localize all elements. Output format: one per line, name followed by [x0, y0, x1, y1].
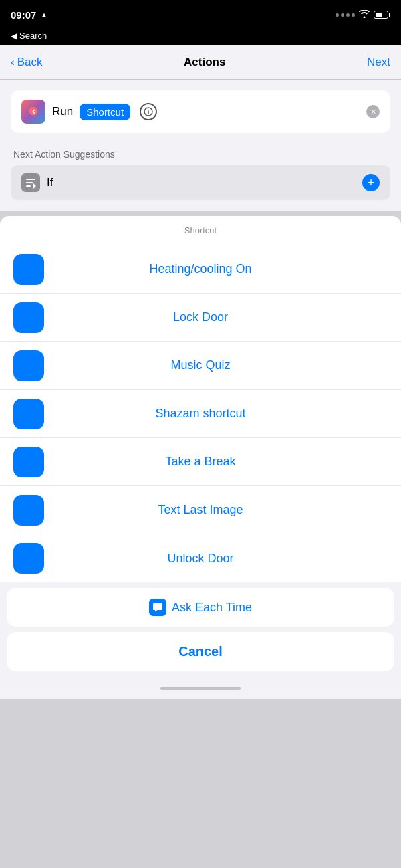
- status-time: 09:07 ▲: [11, 9, 47, 21]
- list-item[interactable]: Shazam shortcut: [0, 390, 401, 438]
- page-title: Actions: [184, 56, 225, 69]
- back-chevron-icon: ‹: [11, 56, 15, 69]
- home-bar: [160, 687, 241, 690]
- shortcuts-app-icon: [21, 100, 45, 124]
- item-icon-shazam: [13, 399, 44, 429]
- bottom-sheet: Shortcut Heating/cooling On Lock Door Mu…: [0, 216, 401, 699]
- item-icon-lock-door: [13, 302, 44, 333]
- item-label-text-last-image: Text Last Image: [55, 503, 346, 517]
- item-icon-unlock-door: [13, 543, 44, 574]
- list-item[interactable]: Take a Break: [0, 438, 401, 486]
- cancel-label: Cancel: [178, 644, 223, 659]
- next-button[interactable]: Next: [367, 56, 390, 69]
- sheet-list: Heating/cooling On Lock Door Music Quiz …: [0, 245, 401, 582]
- location-icon: ▲: [40, 11, 47, 19]
- item-icon-music-quiz: [13, 350, 44, 381]
- status-bar: 09:07 ▲: [0, 0, 401, 29]
- status-right: [336, 10, 390, 20]
- list-item[interactable]: Lock Door: [0, 294, 401, 342]
- item-label-shazam: Shazam shortcut: [55, 407, 346, 421]
- back-label: Back: [17, 56, 43, 69]
- list-item[interactable]: Heating/cooling On: [0, 245, 401, 294]
- item-label-heating: Heating/cooling On: [55, 262, 346, 276]
- ask-each-time-button[interactable]: Ask Each Time: [7, 588, 394, 627]
- item-icon-heating: [13, 254, 44, 285]
- list-item[interactable]: Music Quiz: [0, 342, 401, 390]
- battery-icon: [374, 11, 390, 19]
- search-bar: ◀ Search: [0, 29, 401, 45]
- if-label: If: [47, 176, 356, 189]
- run-shortcut-card: Run Shortcut ✕: [11, 90, 390, 133]
- item-icon-text-last-image: [13, 495, 44, 526]
- add-if-button[interactable]: +: [362, 174, 380, 191]
- main-content: Run Shortcut ✕ Next Action Suggestions I…: [0, 80, 401, 211]
- home-indicator: [0, 677, 401, 699]
- signal-dots: [336, 13, 355, 17]
- item-label-unlock-door: Unlock Door: [55, 552, 346, 566]
- close-button[interactable]: ✕: [366, 105, 380, 118]
- back-button[interactable]: ‹ Back: [11, 56, 42, 69]
- shortcut-badge[interactable]: Shortcut: [80, 104, 130, 120]
- run-label: Run: [52, 105, 73, 118]
- section-suggestions-label: Next Action Suggestions: [11, 149, 390, 160]
- ask-each-time-label: Ask Each Time: [172, 601, 252, 615]
- sheet-header: Shortcut: [0, 216, 401, 245]
- list-item[interactable]: Text Last Image: [0, 486, 401, 534]
- if-icon: [21, 173, 40, 192]
- item-label-lock-door: Lock Door: [55, 310, 346, 324]
- item-icon-take-break: [13, 447, 44, 477]
- wifi-icon: [359, 10, 370, 20]
- info-circle-icon[interactable]: [140, 103, 157, 120]
- search-label: Search: [19, 31, 47, 41]
- ask-each-time-icon: [149, 599, 166, 616]
- item-label-music-quiz: Music Quiz: [55, 358, 346, 372]
- list-item[interactable]: Unlock Door: [0, 534, 401, 582]
- nav-bar: ‹ Back Actions Next: [0, 45, 401, 80]
- sheet-title: Shortcut: [184, 225, 217, 235]
- item-label-take-break: Take a Break: [55, 455, 346, 469]
- if-suggestion-card[interactable]: If +: [11, 165, 390, 200]
- search-back-arrow: ◀: [11, 31, 17, 41]
- cancel-button[interactable]: Cancel: [7, 632, 394, 671]
